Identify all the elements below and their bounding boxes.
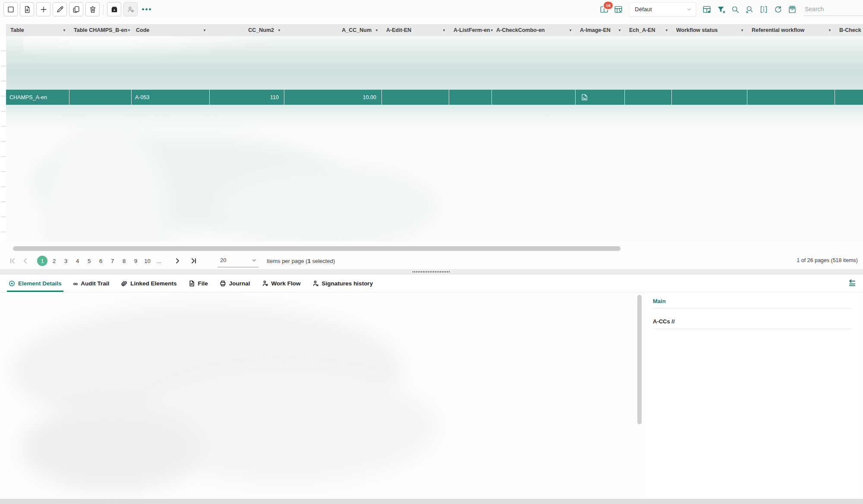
page-ellipsis-button[interactable]: ... <box>153 256 165 266</box>
cell-table: CHAMPS_A-en <box>9 94 47 100</box>
selected-table-row[interactable]: CHAMPS_A-en A-053 110 10.00 <box>6 90 863 105</box>
page-button-7[interactable]: 7 <box>107 256 118 266</box>
collapse-panel-button[interactable] <box>846 278 856 290</box>
toolbar: ••• 16 Défaut <box>0 0 863 19</box>
panel-splitter[interactable] <box>0 269 863 275</box>
cell-code: A-053 <box>135 94 149 100</box>
toolbar-left-group: ••• <box>3 2 154 16</box>
page-button-4[interactable]: 4 <box>72 256 83 266</box>
add-button[interactable] <box>36 2 50 16</box>
filter-icon[interactable]: ▼ <box>375 28 378 32</box>
select-box-icon <box>6 5 15 14</box>
delete-button[interactable] <box>85 2 100 16</box>
filter-icon[interactable]: ▼ <box>277 28 281 32</box>
column-header-a-image-en[interactable]: A-Image-EN ▼ <box>576 24 625 36</box>
page-button-5[interactable]: 5 <box>83 256 95 266</box>
notification-badge: 16 <box>604 2 613 9</box>
filter-icon[interactable]: ▼ <box>665 28 668 32</box>
edit-button[interactable] <box>53 2 67 16</box>
file-icon <box>189 280 195 287</box>
page-button-1[interactable]: 1 <box>37 256 47 266</box>
column-header-a-checkcombo-en[interactable]: A-CheckCombo-en ▼ <box>492 24 576 36</box>
table-settings-button[interactable] <box>613 4 624 15</box>
filter-icon[interactable]: ▼ <box>569 28 572 32</box>
column-header-a-cc-num[interactable]: A_CC_Num ▼ <box>284 24 382 36</box>
filter-icon[interactable]: ▼ <box>828 28 832 32</box>
page-size-select[interactable]: 20 <box>217 255 259 267</box>
page-button-8[interactable]: 8 <box>118 256 130 266</box>
column-header-cc-num2[interactable]: CC_Num2 ▼ <box>210 24 284 36</box>
search-input[interactable] <box>804 5 863 13</box>
next-page-button[interactable] <box>171 255 184 266</box>
archive-box-icon <box>787 5 797 14</box>
clear-search-icon <box>745 5 754 14</box>
split-view-button[interactable] <box>759 4 769 15</box>
column-header-workflow-status[interactable]: Workflow status ▼ <box>672 24 747 36</box>
cell-cc-num2: 110 <box>270 94 279 100</box>
filter-icon[interactable]: ▼ <box>127 28 131 32</box>
column-header-table-champs-b-en[interactable]: Table CHAMPS_B-en ▼ <box>69 24 132 36</box>
column-header-b-check[interactable]: B-Check <box>835 24 863 36</box>
archive-box-button[interactable] <box>787 4 797 15</box>
search-button[interactable] <box>730 4 740 15</box>
page-number-list: 1 2 3 4 5 6 7 8 9 10 ... <box>36 256 165 266</box>
filter-icon[interactable]: ▼ <box>63 28 66 32</box>
view-dropdown[interactable]: Défaut <box>629 2 696 16</box>
chevron-down-icon <box>251 257 257 263</box>
vertical-scrollbar[interactable] <box>637 295 642 424</box>
page-button-6[interactable]: 6 <box>95 256 107 266</box>
cell-a-cc-num: 10.00 <box>363 94 376 100</box>
table-add-button[interactable] <box>702 4 712 15</box>
tab-work-flow[interactable]: Work Flow <box>262 275 301 292</box>
redacted-grid-rows-top <box>6 36 863 90</box>
page-button-9[interactable]: 9 <box>130 256 142 266</box>
column-header-table[interactable]: Table ▼ <box>6 24 69 36</box>
column-header-code[interactable]: Code ▼ <box>132 24 210 36</box>
tab-audit-trail[interactable]: ∞ Audit Trail <box>73 275 110 292</box>
previous-page-button[interactable] <box>19 255 32 266</box>
split-view-icon <box>759 5 769 14</box>
pagination-summary: 1 of 26 pages (518 items) <box>797 257 858 263</box>
filter-icon[interactable]: ▼ <box>740 28 744 32</box>
first-page-icon <box>9 257 16 264</box>
tab-file[interactable]: File <box>189 275 208 292</box>
page-button-10[interactable]: 10 <box>142 256 153 266</box>
cell-b-check <box>835 90 863 105</box>
refresh-button[interactable] <box>773 4 783 15</box>
paperclip-icon <box>121 280 127 287</box>
clear-filter-button[interactable] <box>716 4 726 15</box>
application-window: ••• 16 Défaut <box>0 0 863 504</box>
filter-icon[interactable]: ▼ <box>618 28 621 32</box>
column-header-a-edit-en[interactable]: A-Edit-EN ▼ <box>382 24 449 36</box>
column-header-referential-workflow[interactable]: Referential workflow ▼ <box>747 24 835 36</box>
page-button-3[interactable]: 3 <box>60 256 72 266</box>
first-page-button[interactable] <box>6 255 19 266</box>
redacted-grid-rows-bottom <box>6 105 863 241</box>
clear-search-button[interactable] <box>744 4 755 15</box>
media-box-button[interactable] <box>107 2 121 16</box>
select-box-button[interactable] <box>3 2 18 16</box>
clear-filter-icon <box>716 5 726 14</box>
cell-a-checkcombo-en <box>492 90 576 105</box>
column-header-ech-a-en[interactable]: Ech_A-EN ▼ <box>625 24 672 36</box>
tab-linked-elements[interactable]: Linked Elements <box>121 275 176 292</box>
splitter-drag-handle-icon <box>413 271 450 272</box>
infinity-icon: ∞ <box>73 280 78 287</box>
layout-columns-button[interactable]: 16 <box>599 4 609 15</box>
tab-journal[interactable]: Journal <box>220 275 250 292</box>
filter-icon[interactable]: ▼ <box>203 28 206 32</box>
export-document-button[interactable] <box>20 2 34 16</box>
selected-count: 1 <box>308 258 311 264</box>
tab-element-details[interactable]: Element Details <box>9 275 62 292</box>
horizontal-scrollbar[interactable] <box>13 246 620 251</box>
more-actions-button[interactable]: ••• <box>140 2 154 16</box>
page-button-2[interactable]: 2 <box>48 256 60 266</box>
toolbar-divider <box>103 4 104 15</box>
tab-signatures-history[interactable]: Signatures history <box>312 275 373 292</box>
media-box-icon <box>110 5 119 14</box>
last-page-button[interactable] <box>187 255 200 266</box>
column-header-a-listferm-en[interactable]: A-ListFerm-en ▼ <box>449 24 492 36</box>
duplicate-button[interactable] <box>69 2 83 16</box>
workflow-user-button-disabled[interactable] <box>123 2 138 16</box>
filter-icon[interactable]: ▼ <box>442 28 446 32</box>
